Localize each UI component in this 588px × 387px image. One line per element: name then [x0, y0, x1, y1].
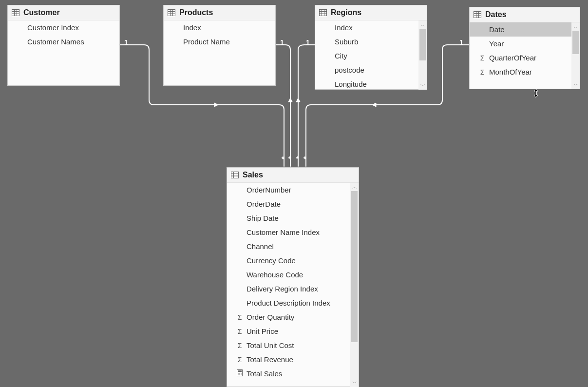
field-label: postcode [335, 66, 364, 74]
field-label: Channel [247, 242, 274, 251]
field-label: Customer Name Index [247, 228, 320, 236]
table-icon [168, 9, 175, 16]
field-sales-totalrevenue[interactable]: ΣTotal Revenue [227, 352, 359, 367]
field-sales-totalunitcost[interactable]: ΣTotal Unit Cost [227, 338, 359, 352]
table-body-products: Index Product Name [164, 20, 275, 86]
table-products[interactable]: Products Index Product Name [163, 5, 276, 86]
table-regions[interactable]: Regions Index Suburb City postcode Longi… [315, 5, 427, 90]
field-label: City [335, 52, 347, 60]
table-sales[interactable]: Sales OrderNumber OrderDate Ship Date Cu… [227, 167, 359, 387]
table-body-customer: Customer Index Customer Names [8, 20, 119, 86]
field-label: Suburb [335, 38, 358, 46]
table-dates[interactable]: Dates Date Year ΣQuarterOfYear ΣMonthOfY… [469, 7, 580, 89]
field-label: Index [335, 23, 353, 32]
svg-point-32 [239, 373, 240, 374]
field-label: Customer Index [27, 23, 79, 32]
scroll-up-icon[interactable]: ︿ [350, 183, 359, 191]
svg-rect-4 [12, 10, 19, 16]
table-body-regions: Index Suburb City postcode Longitude ︿ ﹀ [315, 20, 427, 90]
svg-marker-1 [288, 98, 292, 102]
field-sales-deliveryregionindex[interactable]: Delivery Region Index [227, 282, 359, 296]
cardinality-one-products: 1 [280, 39, 284, 46]
sigma-icon: Σ [236, 356, 244, 364]
sigma-icon: Σ [236, 342, 244, 349]
table-icon [319, 9, 327, 16]
table-title: Sales [243, 171, 263, 179]
table-title: Products [179, 8, 213, 17]
field-regions-suburb[interactable]: Suburb [315, 35, 427, 49]
field-sales-channel[interactable]: Channel [227, 239, 359, 253]
scroll-up-icon[interactable]: ︿ [571, 22, 580, 31]
field-regions-index[interactable]: Index [315, 20, 427, 35]
svg-marker-2 [296, 98, 300, 102]
model-canvas[interactable]: 1 1 1 1 * * * * Customer Customer Index … [0, 0, 588, 387]
field-label: Unit Price [247, 327, 278, 335]
field-label: Index [183, 23, 201, 32]
field-sales-currencycode[interactable]: Currency Code [227, 253, 359, 268]
scroll-up-icon[interactable]: ︿ [418, 20, 427, 29]
field-label: MonthOfYear [489, 68, 532, 76]
table-header-dates[interactable]: Dates [470, 7, 580, 22]
field-regions-city[interactable]: City [315, 49, 427, 63]
svg-marker-37 [534, 89, 538, 97]
cardinality-one-dates: 1 [459, 39, 463, 46]
svg-marker-3 [372, 103, 376, 107]
field-label: Customer Names [27, 38, 84, 46]
scrollbar-sales[interactable]: ︿ ﹀ [350, 183, 359, 387]
table-header-customer[interactable]: Customer [8, 5, 119, 20]
scroll-down-icon[interactable]: ﹀ [350, 379, 359, 387]
scrollbar-regions[interactable]: ︿ ﹀ [418, 20, 427, 90]
field-regions-longitude[interactable]: Longitude [315, 77, 427, 90]
field-products-index[interactable]: Index [164, 20, 275, 35]
svg-point-33 [241, 373, 242, 374]
sigma-icon: Σ [236, 328, 244, 335]
svg-rect-30 [238, 370, 242, 372]
field-label: OrderNumber [247, 186, 291, 194]
scroll-thumb[interactable] [351, 191, 358, 342]
field-sales-totalsales[interactable]: Total Sales [227, 367, 359, 381]
scroll-down-icon[interactable]: ﹀ [418, 81, 427, 90]
field-sales-shipdate[interactable]: Ship Date [227, 211, 359, 225]
field-label: Product Description Index [247, 299, 330, 307]
svg-point-36 [241, 374, 242, 375]
table-title: Customer [23, 8, 60, 17]
sigma-icon: Σ [478, 68, 486, 76]
field-regions-postcode[interactable]: postcode [315, 63, 427, 77]
svg-rect-19 [474, 12, 481, 18]
field-label: Currency Code [247, 256, 296, 265]
field-sales-ordernumber[interactable]: OrderNumber [227, 183, 359, 197]
svg-point-35 [239, 374, 240, 375]
field-label: OrderDate [247, 200, 281, 208]
field-sales-orderdate[interactable]: OrderDate [227, 197, 359, 211]
field-dates-year[interactable]: Year [470, 37, 580, 51]
table-header-products[interactable]: Products [164, 5, 275, 20]
scrollbar-dates[interactable]: ︿ ﹀ [571, 22, 580, 89]
scroll-thumb[interactable] [419, 29, 426, 60]
scroll-down-icon[interactable]: ﹀ [571, 81, 580, 89]
field-label: Year [489, 39, 504, 48]
table-header-sales[interactable]: Sales [227, 168, 359, 183]
svg-rect-24 [231, 172, 239, 178]
calculator-icon [236, 369, 244, 378]
field-customer-index[interactable]: Customer Index [8, 20, 119, 35]
field-sales-customernameindex[interactable]: Customer Name Index [227, 225, 359, 239]
field-customer-names[interactable]: Customer Names [8, 35, 119, 49]
field-sales-orderquantity[interactable]: ΣOrder Quantity [227, 310, 359, 324]
table-customer[interactable]: Customer Customer Index Customer Names [7, 5, 120, 86]
field-label: Total Sales [247, 369, 282, 378]
table-title: Dates [485, 10, 507, 19]
field-dates-monthofyear[interactable]: ΣMonthOfYear [470, 65, 580, 79]
field-sales-warehousecode[interactable]: Warehouse Code [227, 268, 359, 282]
table-header-regions[interactable]: Regions [315, 5, 427, 20]
table-icon [474, 11, 481, 18]
field-dates-quarterofyear[interactable]: ΣQuarterOfYear [470, 51, 580, 65]
table-body-sales: OrderNumber OrderDate Ship Date Customer… [227, 183, 359, 387]
cardinality-many-4: * [303, 155, 306, 163]
sigma-icon: Σ [478, 54, 486, 62]
field-dates-date[interactable]: Date [470, 22, 580, 37]
field-products-name[interactable]: Product Name [164, 35, 275, 49]
field-sales-productdescindex[interactable]: Product Description Index [227, 296, 359, 310]
field-sales-unitprice[interactable]: ΣUnit Price [227, 324, 359, 338]
field-label: Total Revenue [247, 355, 293, 364]
scroll-thumb[interactable] [572, 31, 579, 54]
